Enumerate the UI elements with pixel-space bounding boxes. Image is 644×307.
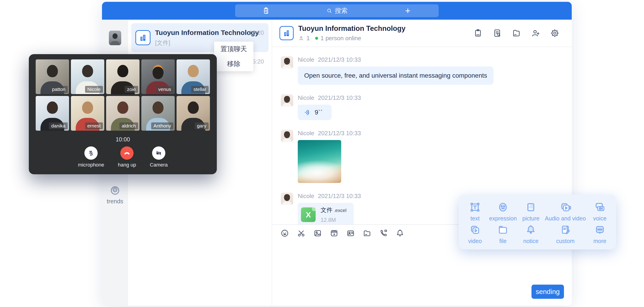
video-call-icon[interactable] bbox=[379, 229, 388, 238]
attach-item-text[interactable]: text bbox=[461, 200, 489, 223]
file-folder-icon[interactable] bbox=[363, 229, 372, 238]
sender-avatar[interactable] bbox=[281, 94, 293, 107]
video-tile: aldrich bbox=[106, 96, 140, 131]
participant-name: venus bbox=[156, 86, 173, 93]
message-voice: Nicole 2021/12/3 10:33 9`` bbox=[281, 94, 572, 120]
emoji-icon[interactable] bbox=[280, 229, 289, 238]
audio-video-icon bbox=[560, 201, 571, 213]
my-avatar[interactable] bbox=[109, 31, 121, 45]
chat-header: Tuoyun Information Technology 1 1 person… bbox=[272, 20, 572, 47]
expression-icon bbox=[497, 201, 509, 213]
trends-label: trends bbox=[102, 198, 128, 205]
attach-item-custom[interactable]: custom bbox=[545, 223, 586, 245]
image-icon[interactable] bbox=[313, 229, 322, 238]
chat-header-texts: Tuoyun Information Technology 1 1 person… bbox=[298, 24, 406, 42]
sender-name: Nicole bbox=[298, 94, 314, 101]
add-button[interactable]: + bbox=[377, 4, 439, 17]
voice-bubble[interactable]: 9`` bbox=[298, 105, 332, 120]
camera-button[interactable]: Camera bbox=[150, 146, 168, 168]
participant-name: aldrich bbox=[120, 122, 138, 129]
menu-item-pin-chat[interactable]: 置顶聊天 bbox=[214, 41, 254, 56]
camera-label: Camera bbox=[150, 162, 168, 168]
search-input[interactable]: 搜索 bbox=[297, 4, 377, 17]
contact-card-icon[interactable] bbox=[346, 229, 355, 238]
participant-name: Nicole bbox=[85, 86, 103, 93]
top-search-pill: 搜索 + bbox=[235, 4, 439, 17]
sender-avatar[interactable] bbox=[281, 56, 293, 68]
video-tile: danika bbox=[36, 96, 69, 131]
video-tile: zoie bbox=[106, 59, 140, 94]
attach-item-more[interactable]: more bbox=[586, 223, 614, 245]
chat-meta: 1 1 person online bbox=[298, 35, 406, 42]
attach-label: custom bbox=[556, 238, 575, 244]
participant-name: ernest bbox=[85, 122, 103, 129]
chat-group-avatar bbox=[280, 26, 294, 40]
sender-avatar[interactable] bbox=[281, 193, 293, 205]
message-text: Nicole 2021/12/3 10:33 Open source, free… bbox=[281, 56, 572, 85]
member-count: 1 bbox=[306, 35, 310, 42]
beach-photo-thumbnail[interactable] bbox=[298, 140, 341, 183]
video-tile: ernest bbox=[71, 96, 104, 131]
video-file-icon bbox=[469, 224, 481, 236]
menu-item-remove[interactable]: 移除 bbox=[214, 56, 254, 71]
participant-name: zoie bbox=[125, 86, 138, 93]
announcement-icon[interactable] bbox=[474, 28, 482, 38]
participant-name: patton bbox=[50, 86, 68, 93]
attach-item-expression[interactable]: expression bbox=[489, 200, 517, 223]
plus-icon: + bbox=[405, 6, 410, 15]
attach-item-voice[interactable]: voice bbox=[586, 200, 614, 223]
hang-up-icon bbox=[123, 149, 130, 157]
attach-item-notice[interactable]: notice bbox=[517, 223, 545, 245]
message-time: 2021/12/3 10:33 bbox=[318, 130, 361, 137]
attach-label: voice bbox=[593, 215, 606, 222]
chat-title: Tuoyun Information Technology bbox=[298, 24, 406, 33]
text-bubble: Open source, free, and universal instant… bbox=[298, 66, 494, 85]
search-label: 搜索 bbox=[335, 6, 348, 15]
notification-bell-icon[interactable] bbox=[396, 229, 404, 238]
video-icon[interactable] bbox=[330, 229, 338, 238]
video-tile: venus bbox=[141, 59, 175, 94]
attach-label: file bbox=[499, 238, 506, 244]
member-icon bbox=[298, 35, 304, 41]
sender-avatar[interactable] bbox=[281, 130, 293, 142]
attach-label: notice bbox=[523, 238, 538, 244]
send-button[interactable]: sending bbox=[532, 285, 564, 299]
attach-item-file[interactable]: file bbox=[489, 223, 517, 245]
sidebar-item-trends[interactable]: trends bbox=[102, 185, 128, 205]
file-bubble[interactable]: X 文件.excel 12.8M bbox=[298, 203, 354, 224]
settings-gear-icon[interactable] bbox=[550, 28, 560, 38]
building-icon bbox=[282, 29, 291, 37]
chat-main: Tuoyun Information Technology 1 1 person… bbox=[272, 20, 572, 306]
participant-name: stellar bbox=[191, 86, 208, 93]
call-controls: microphone hang up Camera bbox=[36, 146, 210, 168]
top-bar: 搜索 + bbox=[102, 2, 572, 20]
attach-item-audio-video[interactable]: Audio and video bbox=[545, 200, 586, 223]
voice-icon bbox=[594, 201, 606, 213]
search-icon bbox=[326, 7, 332, 14]
message-time: 2021/12/3 10:33 bbox=[318, 94, 361, 101]
screenshot-scissors-icon[interactable] bbox=[297, 229, 306, 238]
video-tile: patton bbox=[36, 59, 69, 94]
attach-label: video bbox=[468, 238, 482, 244]
attach-item-video[interactable]: video bbox=[461, 223, 489, 245]
attach-label: text bbox=[470, 215, 480, 222]
participant-name: gary bbox=[194, 122, 208, 129]
group-files-icon[interactable] bbox=[512, 28, 521, 38]
chat-history-search-icon[interactable] bbox=[492, 28, 502, 38]
file-icon bbox=[497, 224, 509, 236]
message-image: Nicole 2021/12/3 10:33 bbox=[281, 130, 572, 183]
microphone-button[interactable]: microphone bbox=[78, 146, 104, 168]
call-log-button[interactable] bbox=[235, 4, 297, 17]
video-tile: Anthony bbox=[141, 96, 175, 131]
video-tile: stellar bbox=[176, 59, 210, 94]
attach-label: Audio and video bbox=[545, 215, 586, 222]
hang-up-label: hang up bbox=[118, 162, 136, 168]
message-time: 2021/12/3 10:33 bbox=[318, 56, 361, 63]
add-member-icon[interactable] bbox=[531, 28, 540, 38]
hang-up-button[interactable]: hang up bbox=[118, 146, 136, 168]
compass-icon bbox=[110, 185, 120, 196]
sender-name: Nicole bbox=[298, 56, 314, 63]
file-extension: .excel bbox=[334, 208, 346, 213]
conversation-context-menu: 置顶聊天 移除 bbox=[214, 41, 254, 71]
attach-item-picture[interactable]: picture bbox=[517, 200, 545, 223]
